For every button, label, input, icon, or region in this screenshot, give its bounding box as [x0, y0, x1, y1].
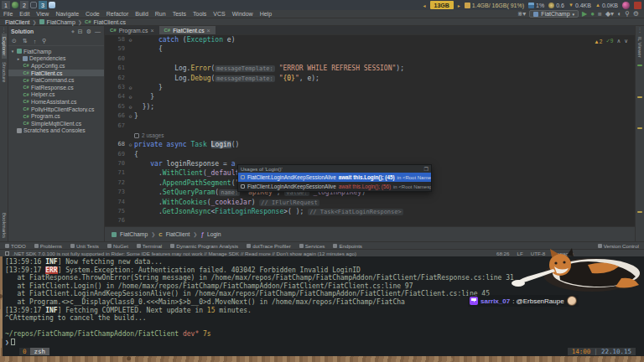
menu-edit[interactable]: Edit — [16, 11, 33, 17]
toolwindow-dottrace-profiler[interactable]: dotTrace Profiler — [247, 243, 291, 249]
close-tab-icon[interactable]: × — [207, 28, 210, 34]
tree-item-scratches-and-consoles[interactable]: Scratches and Consoles — [8, 127, 104, 135]
workspace-3[interactable]: 3 — [39, 1, 47, 9]
breadcrumb-item-solution[interactable]: FiatClient — [5, 19, 30, 25]
tree-item-homeassistant-cs[interactable]: C#HomeAssistant.cs — [8, 98, 104, 106]
close-tab-icon[interactable]: × — [150, 28, 153, 34]
coverage-button[interactable]: ◐ — [617, 11, 621, 18]
profiler-button[interactable]: ◆▾ — [605, 11, 614, 18]
chevron-icon[interactable]: ▾ — [10, 49, 15, 54]
workspace-1[interactable]: 1 — [2, 1, 10, 9]
toolwindow-unit-tests[interactable]: Unit Tests — [70, 243, 99, 249]
inspection-widget[interactable]: ▲2 ✓9 ∧ ∨ — [594, 38, 628, 44]
toolwindow-nuget[interactable]: NuGet — [107, 243, 128, 249]
git-branch-icon[interactable]: ⋇▾ — [517, 11, 527, 18]
code-line-68: 68⊖private async Task Login() — [105, 140, 635, 149]
toolwindow-tab-structure[interactable]: Structure — [2, 59, 7, 85]
menu-navigate[interactable]: Navigate — [52, 11, 82, 17]
workspace-2[interactable]: 2 — [20, 1, 29, 9]
tree-item-appconfig-cs[interactable]: C#AppConfig.cs — [8, 62, 104, 70]
toolwindow-services[interactable]: Services — [299, 243, 325, 249]
editor-tab-fiatclient-cs[interactable]: C#FiatClient.cs× — [159, 26, 216, 34]
usages-hint[interactable]: 2 usages — [105, 131, 635, 140]
prev-issue-icon[interactable]: ∧ — [616, 38, 621, 44]
toolwindow-tab-il-viewer[interactable]: IL Viewer — [637, 34, 642, 61]
menu-build[interactable]: Build — [132, 11, 152, 17]
open-in-window-icon[interactable]: ❐ — [424, 166, 428, 172]
crumb-project[interactable]: FiatChamp — [120, 231, 148, 237]
tree-item-program-cs[interactable]: C#Program.cs — [8, 112, 104, 120]
tray-app-icon-1[interactable] — [622, 2, 630, 9]
tree-item-fiatchamp[interactable]: ▾FiatChamp — [8, 48, 104, 55]
menu-window[interactable]: Window — [229, 11, 257, 17]
tmux-window-index[interactable]: 0 — [19, 348, 30, 355]
fold-marker-icon[interactable]: ⊖ — [127, 111, 134, 121]
menu-tests[interactable]: Tests — [169, 11, 190, 17]
menu-refactor[interactable]: Refactor — [103, 11, 132, 17]
tray-app-icon-2[interactable] — [634, 2, 641, 9]
breadcrumb-item-project[interactable]: FiatChamp — [47, 19, 75, 25]
tree-item-fiatclient-cs[interactable]: C#FiatClient.cs — [8, 70, 104, 77]
menu-help[interactable]: Help — [257, 11, 275, 17]
toolwindow-todo[interactable]: TODO — [5, 243, 26, 249]
monitor-icon[interactable] — [30, 2, 37, 8]
tree-item-dependencies[interactable]: ▸Dependencies — [8, 55, 104, 63]
crumb-method[interactable]: Login — [207, 231, 221, 237]
toolwindow-terminal[interactable]: Terminal — [137, 243, 162, 249]
sort-icon[interactable]: ⇅ — [22, 38, 29, 44]
fold-marker-icon[interactable]: ⊖ — [127, 140, 134, 149]
collapse-all-icon[interactable]: ⊟ — [77, 28, 84, 35]
editor-breadcrumb-bar: FiatChamp ❯ C FiatClient ❯ ƒ Login — [105, 226, 635, 241]
project-panel-title[interactable]: Solution — [11, 28, 34, 34]
toolwindow-tab-explorer[interactable]: Explorer — [2, 34, 7, 59]
toolwindow-icon — [137, 244, 141, 248]
fold-marker-icon[interactable]: ⊖ — [127, 83, 134, 92]
toolwindow-tab-bookmarks[interactable]: Bookmarks — [2, 209, 7, 241]
toolwindow-dynamic-program-analysis[interactable]: Dynamic Program Analysis — [170, 243, 238, 249]
panel-settings-icon[interactable]: ⚙ — [86, 28, 92, 35]
search-icon[interactable]: ⚲ — [41, 38, 47, 44]
locate-file-icon[interactable]: ⌖ — [70, 28, 75, 35]
ok-count: 9 — [610, 38, 614, 44]
hide-panel-icon[interactable]: — — [94, 28, 101, 34]
crumb-class[interactable]: FiatClient — [166, 231, 190, 237]
search-everywhere-icon[interactable]: ⚲ — [625, 11, 630, 18]
tree-item-simplemqttclient-cs[interactable]: C#SimpleMqttClient.cs — [8, 120, 104, 127]
tmux-window-name[interactable]: zsh — [30, 348, 50, 355]
line-number: 73 — [105, 188, 127, 197]
run-configuration-select[interactable]: FiatChamp ▾ — [529, 10, 579, 18]
editor-tab-program-cs[interactable]: C#Program.cs× — [105, 26, 159, 34]
menu-view[interactable]: View — [33, 11, 52, 17]
toolwindow-endpoints[interactable]: Endpoints — [333, 243, 362, 249]
tree-item-helper-cs[interactable]: C#Helper.cs — [8, 91, 104, 99]
tree-item-fiatresponse-cs[interactable]: C#FiatResponse.cs — [8, 84, 104, 91]
breadcrumb-item-file[interactable]: FiatClient.cs — [94, 19, 127, 25]
fold-marker-icon[interactable]: ⊖ — [127, 102, 134, 111]
usage-row[interactable]: FiatClient.LoginAndKeepSessionAliveawait… — [238, 173, 431, 182]
menu-code[interactable]: Code — [82, 11, 103, 17]
sdk-warning-message[interactable]: .NET SDK 7.0.100 is not fully supported … — [13, 251, 356, 256]
debug-button[interactable]: ● — [590, 11, 595, 18]
tree-item-fiatcommand-cs[interactable]: C#FiatCommand.cs — [8, 76, 104, 84]
menu-file[interactable]: File — [0, 11, 16, 17]
select-opened-file-icon[interactable]: ⊙ — [11, 38, 18, 44]
menu-run[interactable]: Run — [152, 11, 169, 17]
editor-code-area[interactable]: ▲2 ✓9 ∧ ∨ Usages of 'Login()' ❐ FiatClie… — [105, 35, 635, 226]
usage-row[interactable]: FiatClient.LoginAndKeepSessionAliveawait… — [238, 182, 431, 191]
run-button[interactable]: ▶ — [582, 11, 587, 18]
menu-tools[interactable]: Tools — [190, 11, 210, 17]
fold-marker-icon[interactable]: ⊖ — [127, 92, 134, 101]
stop-button[interactable]: ■ — [598, 11, 602, 18]
next-issue-icon[interactable]: ∨ — [624, 38, 628, 44]
menu-vcs[interactable]: VCS — [210, 11, 228, 17]
document-icon[interactable] — [49, 2, 55, 8]
expand-icon[interactable]: ↑ — [33, 39, 38, 44]
toolwindow-problems[interactable]: Problems — [34, 243, 62, 249]
terminal-line: ❯ — [5, 339, 644, 347]
chevron-icon[interactable]: ▸ — [16, 56, 21, 61]
tree-item-pollyhttpclientfactory-cs[interactable]: C#PollyHttpClientFactory.cs — [8, 106, 104, 113]
csharp-file-icon: C# — [164, 28, 171, 33]
browser-icon[interactable] — [12, 2, 18, 8]
fold-marker-icon[interactable]: ⊖ — [127, 35, 134, 44]
settings-gear-icon[interactable]: ⚙ — [633, 11, 639, 18]
